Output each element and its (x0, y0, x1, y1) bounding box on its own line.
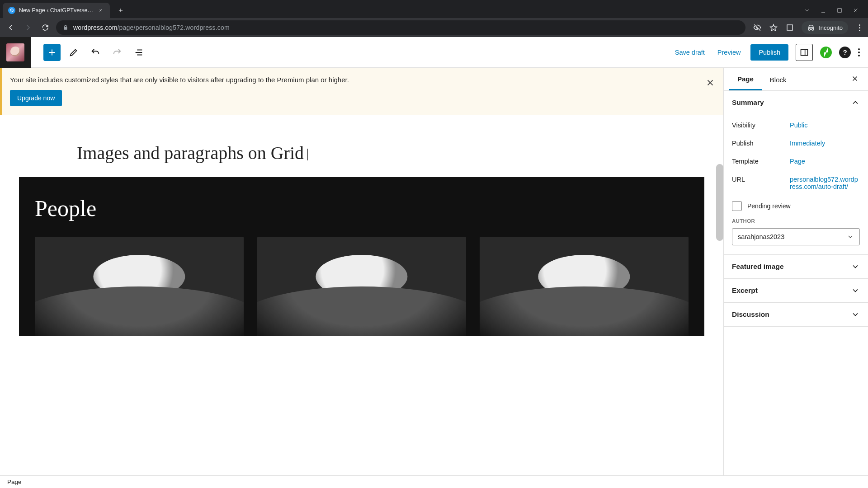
panel-summary-body: Visibility Public Publish Immediately Te… (724, 114, 868, 254)
chevron-down-icon[interactable] (804, 7, 810, 14)
url-value[interactable]: personalblog572.wordpress.com/auto-draft… (790, 176, 860, 190)
row-template: Template Page (732, 152, 860, 170)
more-options-button[interactable] (858, 48, 860, 56)
incognito-label: Incognito (819, 24, 843, 31)
window-controls (804, 7, 868, 18)
jetpack-icon[interactable] (820, 47, 832, 58)
save-draft-button[interactable]: Save draft (672, 45, 708, 60)
maximize-icon[interactable] (836, 7, 843, 14)
pending-review-checkbox[interactable] (732, 201, 742, 211)
svg-rect-2 (801, 49, 808, 55)
minimize-icon[interactable] (820, 7, 826, 14)
editor-topbar: Save draft Preview Publish ? (0, 37, 868, 68)
tab-block[interactable]: Block (762, 69, 795, 90)
settings-sidebar: Page Block Summary Visibility Public Pub… (723, 68, 868, 475)
row-publish: Publish Immediately (732, 134, 860, 152)
wordpress-favicon-icon (8, 7, 15, 14)
dismiss-notice-button[interactable] (705, 78, 715, 89)
lock-icon (62, 24, 69, 31)
panel-featured-image-toggle[interactable]: Featured image (724, 255, 868, 278)
grid-image[interactable] (480, 237, 689, 336)
settings-sidebar-toggle[interactable] (796, 44, 813, 61)
pencil-icon (69, 47, 79, 57)
incognito-icon (807, 23, 815, 32)
address-bar[interactable]: wordpress.com/page/personalblog572.wordp… (56, 20, 745, 35)
sidebar-icon (800, 48, 809, 57)
chevron-down-icon (851, 262, 860, 271)
back-button[interactable] (5, 21, 17, 34)
close-window-icon[interactable] (853, 7, 859, 14)
author-label: AUTHOR (732, 216, 860, 224)
editor-column: Your site includes customized styles tha… (0, 68, 723, 475)
site-home-button[interactable] (0, 37, 31, 68)
panel-discussion-title: Discussion (732, 310, 769, 319)
panel-excerpt-title: Excerpt (732, 286, 758, 295)
text-caret-icon (307, 149, 308, 160)
chevron-up-icon (851, 98, 860, 107)
visibility-value[interactable]: Public (790, 122, 860, 129)
editor-canvas[interactable]: Images and paragraphs on Grid People (0, 115, 723, 475)
document-overview-button[interactable] (130, 44, 147, 61)
grid-image[interactable] (257, 237, 466, 336)
incognito-badge[interactable]: Incognito (802, 21, 848, 34)
publish-value[interactable]: Immediately (790, 140, 860, 147)
browser-tab[interactable]: New Page ‹ ChatGPTverse this ye (3, 3, 110, 18)
tab-page[interactable]: Page (729, 68, 762, 90)
block-heading[interactable]: People (35, 195, 689, 221)
extensions-icon[interactable] (785, 23, 794, 32)
edit-tool-button[interactable] (65, 44, 82, 61)
undo-button[interactable] (87, 44, 104, 61)
reload-button[interactable] (39, 21, 52, 34)
address-row: wordpress.com/page/personalblog572.wordp… (0, 18, 868, 37)
publish-label: Publish (732, 140, 790, 147)
publish-button[interactable]: Publish (750, 44, 788, 61)
template-value[interactable]: Page (790, 158, 860, 165)
plus-icon (47, 47, 57, 57)
page-title-input[interactable]: Images and paragraphs on Grid (0, 115, 723, 177)
breadcrumb-text[interactable]: Page (7, 479, 22, 485)
close-sidebar-button[interactable] (847, 71, 863, 88)
chevron-down-icon (851, 286, 860, 295)
grid-image[interactable] (35, 237, 244, 336)
forward-button[interactable] (22, 21, 34, 34)
panel-discussion-toggle[interactable]: Discussion (724, 303, 868, 326)
preview-button[interactable]: Preview (715, 45, 744, 60)
toolbar-right: Save draft Preview Publish ? (672, 44, 868, 61)
star-icon[interactable] (769, 23, 778, 32)
chevron-down-icon (847, 233, 854, 240)
svg-rect-1 (787, 25, 793, 30)
panel-summary-title: Summary (732, 99, 764, 107)
sidebar-tabs: Page Block (724, 68, 868, 91)
addr-right-icons: Incognito (750, 21, 863, 34)
new-tab-button[interactable] (114, 4, 127, 17)
redo-button[interactable] (108, 44, 126, 61)
list-icon (134, 47, 144, 57)
cover-block[interactable]: People (19, 177, 704, 336)
row-visibility: Visibility Public (732, 116, 860, 134)
close-icon (705, 78, 715, 88)
panel-summary: Summary Visibility Public Publish Immedi… (724, 91, 868, 255)
panel-excerpt: Excerpt (724, 279, 868, 303)
vertical-scrollbar[interactable] (716, 164, 723, 241)
undo-icon (90, 47, 100, 57)
url-text: wordpress.com/page/personalblog572.wordp… (73, 24, 230, 31)
footer-breadcrumb: Page (0, 475, 868, 488)
page-title-text: Images and paragraphs on Grid (77, 143, 304, 163)
tab-strip: New Page ‹ ChatGPTverse this ye (0, 0, 868, 18)
chevron-down-icon (851, 310, 860, 319)
pending-review-row[interactable]: Pending review (732, 196, 860, 216)
image-grid (35, 237, 689, 336)
panel-excerpt-toggle[interactable]: Excerpt (724, 279, 868, 302)
row-url: URL personalblog572.wordpress.com/auto-d… (732, 170, 860, 196)
redo-icon (112, 47, 122, 57)
upgrade-now-button[interactable]: Upgrade now (10, 90, 62, 106)
eye-off-icon[interactable] (753, 23, 762, 32)
help-icon[interactable]: ? (839, 47, 851, 58)
panel-featured-image: Featured image (724, 255, 868, 279)
tab-title: New Page ‹ ChatGPTverse this ye (19, 7, 94, 14)
browser-menu-icon[interactable] (855, 24, 863, 31)
panel-summary-toggle[interactable]: Summary (724, 91, 868, 114)
add-block-button[interactable] (43, 44, 61, 61)
author-select[interactable]: sarahjonas2023 (732, 228, 860, 245)
tab-close-icon[interactable] (97, 7, 104, 14)
